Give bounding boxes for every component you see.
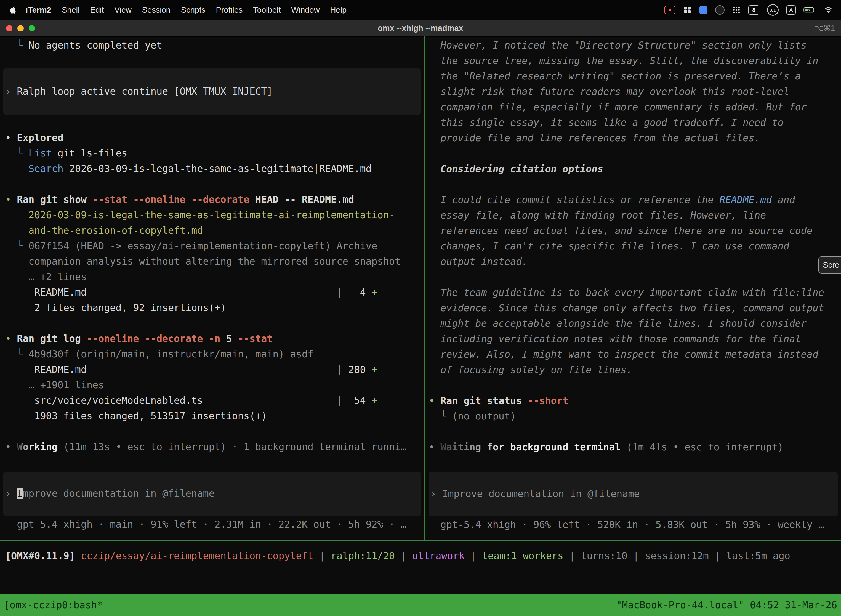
omx-status-bar: [OMX#0.11.9] cczip/essay/ai-reimplementa… xyxy=(0,548,841,563)
terminal-line: essay file, along with finding root file… xyxy=(429,208,841,223)
right-model-status-line: gpt-5.4 xhigh · 96% left · 520K in · 5.8… xyxy=(429,517,841,532)
terminal-line xyxy=(429,146,841,161)
agents-status-line: └ No agents completed yet xyxy=(5,38,424,53)
right-pane: However, I noticed the "Directory Struct… xyxy=(425,37,841,540)
right-prompt-input[interactable]: › Improve documentation in @filename xyxy=(428,472,838,516)
left-model-status-line: gpt-5.4 xhigh · main · 91% left · 2.31M … xyxy=(5,517,424,532)
terminal-line: and-the-erosion-of-copyleft.md xyxy=(5,223,424,238)
right-transcript: However, I noticed the "Directory Struct… xyxy=(429,38,841,455)
terminal-line: However, I noticed the "Directory Struct… xyxy=(429,38,841,53)
terminal-line: provide file and line references from th… xyxy=(429,130,841,146)
terminal-line: The team guideline is to back every impo… xyxy=(429,285,841,300)
terminal-line: • Working (11m 13s • esc to interrupt) ·… xyxy=(5,439,424,455)
terminal-line: … +2 lines xyxy=(5,269,424,285)
terminal-line: 1903 files changed, 513517 insertions(+) xyxy=(5,408,424,424)
app-circle-icon[interactable] xyxy=(715,5,725,15)
terminal-line: I could cite commit statistics or refere… xyxy=(429,192,841,208)
terminal-line xyxy=(429,424,841,439)
terminal-line xyxy=(429,269,841,285)
terminal-line xyxy=(5,176,424,192)
terminal-line: 2 files changed, 92 insertions(+) xyxy=(5,300,424,315)
terminal-line: • Ran git status --short xyxy=(429,393,841,408)
terminal-line: might be acceptable alongside the file l… xyxy=(429,316,841,331)
menu-item-edit[interactable]: Edit xyxy=(85,6,109,15)
terminal-line: companion analysis without altering the … xyxy=(5,254,424,269)
screen-notification-label: Scre xyxy=(823,261,840,270)
battery-icon[interactable] xyxy=(803,7,816,13)
menu-status-icons: 8 .61 A xyxy=(664,4,841,16)
screen: iTerm2 Shell Edit View Session Scripts P… xyxy=(0,0,841,616)
tmux-session-name: [omx-cczip0:bash* xyxy=(4,597,103,613)
terminal-line: companion file, especially if more comme… xyxy=(429,99,841,115)
terminal-line: README.md | 4 + xyxy=(5,285,424,300)
terminal-line xyxy=(429,177,841,192)
terminal-line: output instead. xyxy=(429,254,841,269)
terminal-line: the source tree, missing the essay. Stil… xyxy=(429,53,841,69)
battery-percent-icon[interactable]: .61 xyxy=(767,4,779,16)
terminal-line: … +1901 lines xyxy=(5,377,424,393)
terminal-line: README.md | 280 + xyxy=(5,362,424,377)
terminal-line: including verification notes with those … xyxy=(429,331,841,347)
menu-item-scripts[interactable]: Scripts xyxy=(176,6,211,15)
terminal-line: src/voice/voiceModeEnabled.ts | 54 + xyxy=(5,393,424,408)
menu-item-profiles[interactable]: Profiles xyxy=(211,6,248,15)
terminal-line: this single essay, it seems like a good … xyxy=(429,115,841,130)
terminal-line: of focusing solely on file lines. xyxy=(429,362,841,378)
terminal-line: └ List git ls-files xyxy=(5,145,424,161)
left-prompt-input[interactable]: › Improve documentation in @filename xyxy=(3,472,421,516)
terminal-line xyxy=(5,315,424,331)
screen-recording-icon[interactable] xyxy=(664,6,675,14)
ralph-loop-text: › Ralph loop active continue [OMX_TMUX_I… xyxy=(3,84,421,99)
right-prompt-text: › Improve documentation in @filename xyxy=(428,486,838,502)
menu-item-session[interactable]: Session xyxy=(137,6,176,15)
menu-item-iterm2[interactable]: iTerm2 xyxy=(21,6,57,15)
tmux-host-clock: "MacBook-Pro-44.local" 04:52 31-Mar-26 xyxy=(616,597,837,613)
terminal-line: Search 2026-03-09-is-legal-the-same-as-l… xyxy=(5,161,424,176)
menu-item-help[interactable]: Help xyxy=(325,6,352,15)
terminal-line: evidence. Since this change only affects… xyxy=(429,300,841,316)
pane-divider-horizontal xyxy=(0,540,841,541)
terminal-line: review. Also, I might want to inspect th… xyxy=(429,347,841,362)
keyboard-layout-icon[interactable]: A xyxy=(786,5,796,15)
terminal-line: • Explored xyxy=(5,130,424,145)
terminal-line: 2026-03-09-is-legal-the-same-as-legitima… xyxy=(5,207,424,223)
terminal-line: • Ran git show --stat --oneline --decora… xyxy=(5,192,424,207)
apple-menu-icon[interactable] xyxy=(9,6,16,14)
menu-item-shell[interactable]: Shell xyxy=(57,6,85,15)
raycast-icon[interactable] xyxy=(699,6,708,14)
terminal-line xyxy=(429,378,841,393)
menu-item-toolbelt[interactable]: Toolbelt xyxy=(248,6,286,15)
window-title: omx --xhigh --madmax xyxy=(0,24,841,33)
left-prompt-text: › Improve documentation in @filename xyxy=(3,486,421,501)
window-title-bar[interactable]: omx --xhigh --madmax ⌥⌘1 xyxy=(0,20,841,37)
left-pane: └ No agents completed yet › Ralph loop a… xyxy=(0,37,424,540)
terminal-line: Considering citation options xyxy=(429,161,841,177)
terminal-line: references need actual files, and since … xyxy=(429,223,841,238)
ralph-loop-banner: › Ralph loop active continue [OMX_TMUX_I… xyxy=(3,69,421,114)
menu-item-window[interactable]: Window xyxy=(286,6,325,15)
menu-bar: iTerm2 Shell Edit View Session Scripts P… xyxy=(0,0,841,20)
wifi-icon[interactable] xyxy=(824,6,833,13)
left-transcript: • Explored └ List git ls-files Search 20… xyxy=(5,130,424,455)
screen-notification-button[interactable]: Scre xyxy=(818,257,841,273)
terminal-line: • Waiting for background terminal (1m 41… xyxy=(429,439,841,455)
terminal-line: └ 4b9d30f (origin/main, instructkr/main,… xyxy=(5,346,424,362)
terminal-line: └ 067f154 (HEAD -> essay/ai-reimplementa… xyxy=(5,238,424,254)
dots-grid-icon[interactable] xyxy=(732,6,741,14)
terminal-line: └ (no output) xyxy=(429,408,841,424)
terminal-line: changes, I can't cite specific file line… xyxy=(429,238,841,254)
window-grid-icon[interactable] xyxy=(683,6,692,14)
terminal-line: slight risk that future readers may over… xyxy=(429,84,841,99)
terminal-line xyxy=(5,424,424,439)
terminal-line: • Ran git log --oneline --decorate -n 5 … xyxy=(5,331,424,346)
key-8-icon[interactable]: 8 xyxy=(748,5,759,15)
tmux-status-bar: [omx-cczip0:bash* "MacBook-Pro-44.local"… xyxy=(0,594,841,616)
terminal-line: the "Related research writing" section i… xyxy=(429,69,841,84)
menu-item-view[interactable]: View xyxy=(109,6,136,15)
